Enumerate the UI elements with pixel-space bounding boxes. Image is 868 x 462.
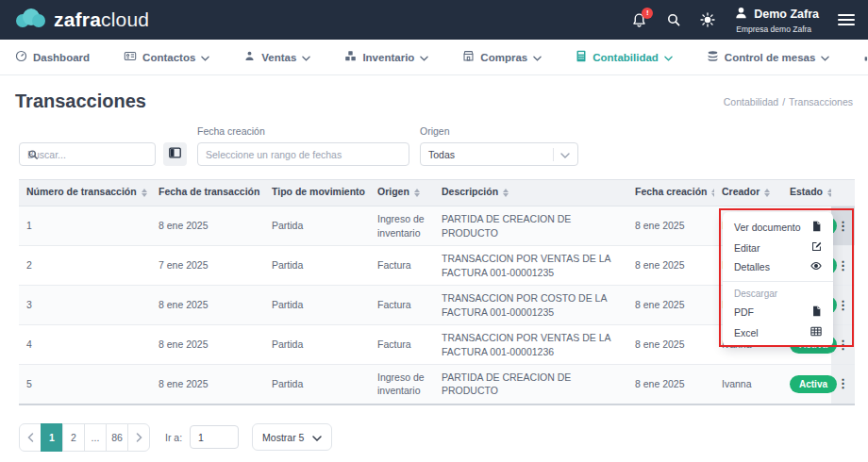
fecha-creacion-input[interactable] (197, 142, 409, 166)
nav-item-contactos[interactable]: Contactos (124, 50, 209, 64)
pdf-file-icon (811, 305, 822, 319)
status-badge: Activa (790, 375, 837, 394)
menu-item-ver-documento[interactable]: Ver documento (723, 217, 833, 238)
brand-logo[interactable]: zafracloud (13, 7, 149, 33)
sort-icon (764, 186, 770, 200)
tables-icon (707, 50, 719, 64)
page-size-select[interactable]: Mostrar 5 (252, 423, 332, 451)
search-field (19, 142, 156, 166)
sort-icon (827, 186, 831, 200)
menu-divider (723, 281, 833, 282)
chevron-down-icon (420, 52, 428, 63)
notification-badge: ! (642, 8, 653, 19)
goto-page-input[interactable] (190, 425, 239, 449)
sort-icon (142, 186, 147, 200)
purchases-icon (462, 50, 475, 64)
notifications-bell-icon[interactable]: ! (631, 12, 647, 28)
origen-select[interactable]: Todas (420, 142, 578, 166)
origen-label: Origen (420, 125, 578, 137)
col-header-fecha-transaccion[interactable]: Fecha de transacción (151, 180, 264, 206)
sort-icon (414, 186, 420, 200)
col-header-fecha-creacion[interactable]: Fecha creación (627, 180, 714, 206)
search-icon[interactable] (666, 12, 681, 27)
user-name: Demo Zafra (754, 8, 819, 23)
page-button-1[interactable]: 1 (41, 423, 63, 452)
document-icon (811, 221, 822, 234)
goto-page-label: Ir a: (165, 432, 182, 443)
reports-icon (863, 50, 868, 64)
page-title: Transacciones (15, 91, 146, 112)
brand-name: zafracloud (54, 8, 149, 31)
col-header-descripcion[interactable]: Descripción (434, 180, 627, 206)
breadcrumb: Contabilidad/Transacciones (724, 96, 853, 107)
table-header-row: Número de transacción Fecha de transacci… (19, 180, 855, 206)
chevron-down-icon (302, 52, 310, 63)
nav-item-ventas[interactable]: Ventas (243, 50, 310, 64)
menu-item-editar[interactable]: Editar (723, 238, 833, 257)
column-settings-button[interactable] (163, 142, 187, 166)
col-header-creador[interactable]: Creador (714, 180, 782, 206)
col-header-tipo-movimiento[interactable]: Tipo de movimiento (264, 180, 370, 206)
origen-selected-value: Todas (428, 149, 553, 160)
user-company: Empresa demo Zafra (736, 25, 811, 35)
page-size-value: Mostrar 5 (262, 432, 304, 443)
menu-item-detalles[interactable]: Detalles (723, 257, 833, 276)
origen-field: Origen Todas (420, 125, 578, 166)
sort-icon (711, 186, 714, 200)
menu-item-excel[interactable]: Excel (723, 322, 833, 342)
nav-item-reportes[interactable]: Reportes (863, 50, 868, 64)
nav-item-compras[interactable]: Compras (462, 50, 542, 64)
excel-grid-icon (810, 326, 822, 338)
page-button-2[interactable]: 2 (62, 423, 85, 452)
pager: 1 2 ... 86 (19, 423, 150, 452)
eye-icon (810, 261, 822, 272)
prev-page-button[interactable] (19, 423, 42, 452)
kebab-menu-icon: ⋮ (837, 376, 849, 390)
chevron-down-icon (560, 149, 570, 160)
next-page-button[interactable] (127, 423, 150, 452)
topbar: zafracloud ! (0, 0, 868, 40)
kebab-menu-icon: ⋮ (837, 298, 849, 312)
sort-icon (503, 186, 509, 200)
nav-item-dashboard[interactable]: Dashboard (15, 50, 90, 64)
theme-toggle-sun-icon[interactable] (700, 12, 715, 27)
columns-icon (169, 147, 181, 161)
nav-item-inventario[interactable]: Inventario (344, 50, 428, 64)
main-nav: Dashboard Contactos Ventas Inventar (0, 40, 868, 75)
chevron-down-icon (664, 52, 673, 63)
chevron-down-icon (201, 52, 209, 63)
col-header-actions (831, 180, 855, 206)
table-row[interactable]: 5 8 ene 2025 Partida Ingreso de inventar… (19, 365, 855, 404)
col-header-origen[interactable]: Origen (370, 180, 434, 206)
nav-item-control-de-mesas[interactable]: Control de mesas (707, 50, 830, 64)
dashboard-icon (15, 50, 27, 64)
edit-icon (811, 241, 822, 254)
kebab-menu-icon: ⋮ (837, 219, 849, 233)
user-avatar-icon (734, 6, 748, 25)
search-input[interactable] (19, 142, 156, 166)
nav-item-contabilidad[interactable]: Contabilidad (576, 50, 673, 64)
pagination-bar: 1 2 ... 86 Ir a: Mostrar 5 (19, 423, 868, 452)
menu-item-pdf[interactable]: PDF (723, 302, 833, 322)
row-context-menu: Ver documento Editar Detalles Descargar … (723, 212, 833, 347)
search-icon (27, 149, 39, 160)
kebab-menu-icon: ⋮ (837, 258, 849, 272)
col-header-estado[interactable]: Estado (782, 180, 831, 206)
contacts-icon (124, 50, 137, 64)
sales-icon (243, 50, 256, 64)
menu-section-descargar: Descargar (723, 287, 833, 302)
filters-bar: Fecha creación Origen Todas (0, 118, 868, 166)
chevron-down-icon (533, 52, 542, 63)
fecha-creacion-field: Fecha creación (197, 125, 409, 166)
fecha-creacion-label: Fecha creación (197, 125, 409, 137)
breadcrumb-parent[interactable]: Contabilidad (724, 96, 778, 107)
user-menu[interactable]: Demo Zafra Empresa demo Zafra (734, 6, 819, 35)
hamburger-menu-icon[interactable] (838, 13, 855, 26)
chevron-down-icon (821, 52, 829, 63)
cloud-logo-icon (13, 7, 47, 33)
col-header-numero[interactable]: Número de transacción (19, 180, 151, 206)
page-ellipsis: ... (84, 423, 107, 452)
page-button-86[interactable]: 86 (106, 423, 128, 452)
chevron-down-icon (312, 432, 322, 443)
inventory-icon (344, 50, 357, 64)
